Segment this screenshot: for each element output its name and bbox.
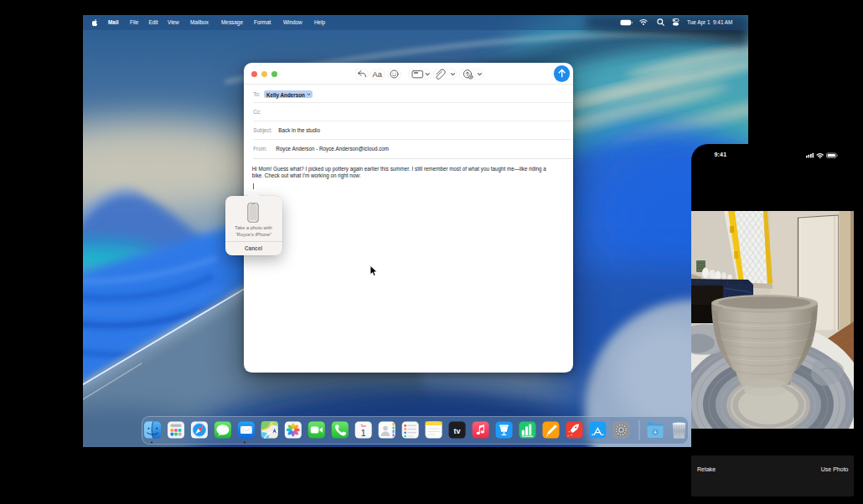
svg-text:Aa: Aa bbox=[372, 70, 382, 79]
svg-text:1: 1 bbox=[361, 428, 366, 438]
svg-text:tv: tv bbox=[454, 427, 461, 435]
